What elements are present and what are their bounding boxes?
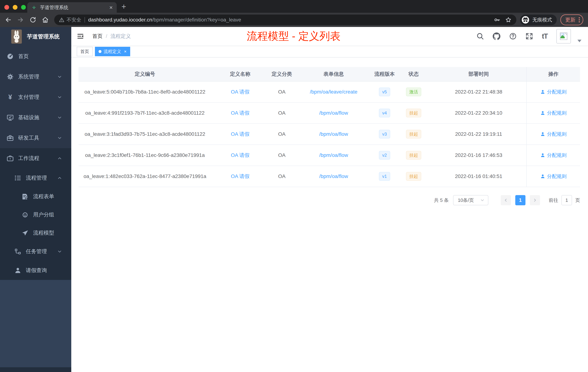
reload-icon[interactable] <box>30 16 36 23</box>
column-header: 表单信息 <box>294 67 373 81</box>
next-page-button[interactable] <box>530 195 540 205</box>
sidebar-item-process-model[interactable]: 流程模型 <box>0 224 71 242</box>
definition-category: OA <box>269 145 294 166</box>
version-badge: v2 <box>379 151 390 160</box>
screen: 芋道管理系统 × + 不安全 d <box>0 0 588 372</box>
tab-close-icon[interactable]: × <box>109 5 113 10</box>
column-header: 定义编号 <box>79 67 211 81</box>
browser-tab[interactable]: 芋道管理系统 × <box>27 2 117 13</box>
assign-rule-link[interactable]: 分配规则 <box>540 173 567 180</box>
form-link[interactable]: /bpm/oa/flow <box>319 110 348 116</box>
tag-label: 流程定义 <box>104 49 121 55</box>
form-link[interactable]: /bpm/oa/flow <box>319 174 348 179</box>
version-badge: v3 <box>379 130 390 139</box>
close-window-button[interactable] <box>4 5 9 10</box>
sidebar-collapse-icon[interactable] <box>77 33 84 40</box>
user-icon <box>540 89 545 94</box>
user-icon <box>540 110 545 116</box>
assign-rule-link[interactable]: 分配规则 <box>540 110 567 116</box>
assign-rule-link[interactable]: 分配规则 <box>540 89 567 95</box>
sidebar-item-label: 请假查询 <box>26 267 47 274</box>
avatar[interactable] <box>556 29 571 44</box>
form-link[interactable]: /bpm/oa/leave/create <box>310 89 357 95</box>
chevron-down-icon <box>480 198 485 203</box>
help-icon[interactable] <box>509 33 517 40</box>
tag-label: 首页 <box>80 49 89 55</box>
form-link[interactable]: /bpm/oa/flow <box>319 131 348 137</box>
status-badge: 挂起 <box>406 130 421 139</box>
definition-name-link[interactable]: OA 请假 <box>231 131 250 138</box>
sidebar-item-infra[interactable]: 基础设施 <box>0 107 71 128</box>
tab-title: 芋道管理系统 <box>40 4 106 11</box>
caret-down-icon[interactable] <box>578 40 581 42</box>
search-icon[interactable] <box>476 33 484 40</box>
fullscreen-icon[interactable] <box>525 33 533 40</box>
browser-tabstrip: 芋道管理系统 × + <box>0 0 588 13</box>
update-label[interactable]: 更新 <box>565 16 576 23</box>
sidebar-item-workflow[interactable]: 工作流程 <box>0 148 71 169</box>
sidebar-item-task-mgmt[interactable]: 任务管理 <box>0 242 71 261</box>
definition-category: OA <box>269 103 294 123</box>
definition-name-link[interactable]: OA 请假 <box>231 152 250 159</box>
assign-rule-link[interactable]: 分配规则 <box>540 152 567 159</box>
assign-rule-link[interactable]: 分配规则 <box>540 131 567 137</box>
list-tree-icon <box>14 174 21 182</box>
chevron-up-icon <box>57 175 62 181</box>
sidebar-item-label: 支付管理 <box>18 94 39 101</box>
tag-home[interactable]: 首页 <box>77 47 93 56</box>
breadcrumb-home[interactable]: 首页 <box>92 33 103 40</box>
definition-id: oa_leave:3:1fad3d93-7b75-11ec-a3c8-acde4… <box>79 124 211 144</box>
font-size-icon[interactable]: tT <box>542 33 548 40</box>
sidebar-item-label: 首页 <box>18 53 29 60</box>
user-icon <box>540 153 545 158</box>
bookmark-star-icon[interactable] <box>505 17 512 23</box>
prev-page-button[interactable] <box>501 195 511 205</box>
app-logo-row[interactable]: 芋道管理系统 <box>0 27 71 46</box>
sidebar-item-label: 用户分组 <box>33 211 54 219</box>
form-link[interactable]: /bpm/oa/flow <box>319 152 348 158</box>
forward-icon[interactable] <box>17 16 24 23</box>
minimize-window-button[interactable] <box>13 5 17 10</box>
sidebar-item-leave-query[interactable]: 请假查询 <box>0 261 71 280</box>
home-icon[interactable] <box>42 16 49 23</box>
sidebar-submenu-block: 工作流程 流程管理 流程表单 <box>0 148 71 280</box>
back-icon[interactable] <box>5 16 12 23</box>
tag-process-definition[interactable]: 流程定义 × <box>95 47 130 56</box>
definition-name-link[interactable]: OA 请假 <box>231 109 250 117</box>
page-size-select[interactable]: 10条/页 <box>453 195 488 205</box>
sidebar-item-home[interactable]: 首页 <box>0 46 71 67</box>
github-icon[interactable] <box>493 33 500 40</box>
user-icon <box>540 131 545 137</box>
page-content: 定义编号 定义名称 定义分类 表单信息 流程版本 状态 部署时间 操作 oa_l… <box>71 57 588 372</box>
url-path: /bpm/manager/definition?key=oa_leave <box>152 17 241 22</box>
sidebar-item-label: 流程表单 <box>33 193 54 200</box>
password-key-icon[interactable] <box>494 17 500 23</box>
browser-menu-icon[interactable] <box>579 17 580 22</box>
sidebar-item-process-form[interactable]: 流程表单 <box>0 187 71 206</box>
definition-name-link[interactable]: OA 请假 <box>231 173 250 180</box>
new-tab-button[interactable]: + <box>121 2 126 11</box>
maximize-window-button[interactable] <box>21 5 26 10</box>
url-host: dashboard.yudao.iocoder.cn <box>88 17 152 22</box>
chevron-down-icon <box>57 135 62 141</box>
sidebar-item-payment[interactable]: ¥ 支付管理 <box>0 87 71 107</box>
definition-id: oa_leave:2:3c1f0ef1-76b1-11ec-9c66-a2380… <box>79 145 211 166</box>
sidebar-item-devtools[interactable]: 研发工具 <box>0 128 71 148</box>
url-text[interactable]: dashboard.yudao.iocoder.cn/bpm/manager/d… <box>88 17 489 23</box>
toolbox-icon <box>7 134 14 142</box>
app-title: 芋道管理系统 <box>27 33 60 40</box>
sidebar-item-system[interactable]: 系统管理 <box>0 67 71 87</box>
goto-page-input[interactable] <box>561 195 572 205</box>
browser-update-button[interactable]: 更新 <box>560 14 583 25</box>
sidebar-item-user-group[interactable]: 用户分组 <box>0 206 71 224</box>
tag-close-icon[interactable]: × <box>124 49 126 54</box>
favicon-plant-icon <box>31 5 37 10</box>
sidebar-item-process-mgmt[interactable]: 流程管理 <box>0 169 71 187</box>
column-header: 定义名称 <box>211 67 269 81</box>
security-label[interactable]: 不安全 <box>67 17 81 23</box>
page-number-button[interactable]: 1 <box>515 195 525 205</box>
url-bar[interactable]: 不安全 dashboard.yudao.iocoder.cn/bpm/manag… <box>54 15 516 25</box>
yen-icon: ¥ <box>7 93 14 101</box>
sidebar-item-label: 流程管理 <box>26 174 47 182</box>
definition-name-link[interactable]: OA 请假 <box>231 88 250 95</box>
